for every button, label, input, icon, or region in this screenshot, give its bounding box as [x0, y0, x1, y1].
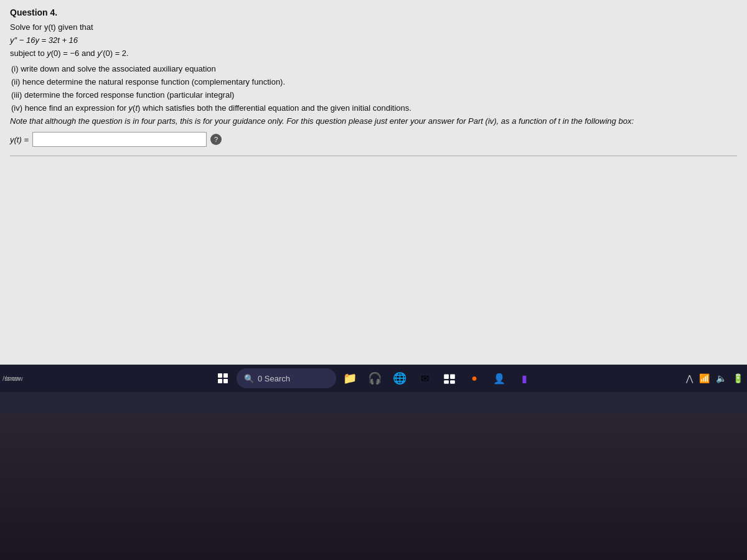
part-iii: (iii) determine the forced response func… [10, 90, 737, 100]
taskbar-center: 🔍 0 Search 📁 🎧 🌐 ✉ [212, 367, 535, 390]
battery-icon[interactable]: 🔋 [731, 372, 745, 385]
part-ii: (ii) hence determine the natural respons… [10, 77, 737, 86]
search-icon: 🔍 [244, 374, 254, 383]
note-text: Note that although the question is in fo… [10, 116, 737, 126]
part-iii-text: (iii) determine the forced response func… [11, 90, 234, 100]
windows-logo-icon [218, 373, 228, 383]
help-button[interactable]: ? [210, 134, 222, 145]
solve-intro: Solve for y(t) given that [10, 22, 737, 32]
taskbar-tray: ⋀ 📶 🔈 🔋 [685, 372, 745, 385]
subject-text: subject to y(0) = −6 and y′(0) = 2. [10, 49, 129, 58]
wifi-icon[interactable]: 📶 [698, 372, 711, 385]
part-i-text: (i) write down and solve the associated … [11, 64, 216, 73]
part-iv: (iv) hence find an expression for y(t) w… [10, 103, 737, 113]
laptop-body: 1 2 £3 $4 %5 6 &7 *8 (9 )0 ⌫ Tab q w e r… [0, 413, 747, 560]
taskbar-icon-5[interactable]: ● [463, 367, 486, 390]
snow-user-label: /snow [0, 365, 23, 392]
search-bar[interactable]: 🔍 0 Search [237, 368, 336, 388]
taskbar: /snow 🔍 0 Search 📁 🎧 [0, 365, 747, 392]
part-ii-text: (ii) hence determine the natural respons… [11, 77, 285, 86]
file-explorer-icon: 📁 [343, 371, 357, 385]
help-icon: ? [214, 136, 218, 143]
taskbar-file-explorer[interactable]: 📁 [339, 367, 361, 390]
search-label: 0 Search [258, 374, 290, 383]
taskbar-icon-7[interactable]: ▮ [513, 367, 535, 390]
taskbar-calendar[interactable] [438, 367, 461, 390]
taskbar-media[interactable]: 🎧 [364, 367, 386, 390]
svg-rect-0 [444, 374, 449, 379]
snow-text: /snow [5, 375, 23, 382]
media-icon: 🎧 [368, 371, 382, 385]
question-title: Question 4. [10, 7, 737, 17]
taskbar-icon-6[interactable]: 👤 [488, 367, 510, 390]
part-i: (i) write down and solve the associated … [10, 64, 737, 73]
answer-input[interactable] [32, 132, 207, 147]
main-content-panel: Question 4. Solve for y(t) given that y″… [0, 0, 747, 386]
subject-to-line: subject to y(0) = −6 and y′(0) = 2. [10, 49, 737, 58]
icon-7: ▮ [522, 373, 527, 385]
start-button[interactable] [212, 367, 234, 390]
mail-icon: ✉ [421, 373, 429, 385]
equation-text: y″ − 16y = 32t + 16 [10, 35, 78, 45]
answer-row: y(t) = ? [10, 132, 737, 147]
icon-5: ● [471, 373, 477, 384]
volume-icon[interactable]: 🔈 [715, 372, 728, 385]
svg-rect-1 [450, 374, 455, 379]
taskbar-mail[interactable]: ✉ [413, 367, 436, 390]
part-iv-text: (iv) hence find an expression for y(t) w… [11, 103, 411, 113]
main-equation: y″ − 16y = 32t + 16 [10, 35, 737, 45]
divider [10, 156, 737, 156]
calendar-icon [443, 371, 456, 385]
icon-6: 👤 [493, 373, 505, 385]
answer-label: y(t) = [10, 135, 29, 144]
taskbar-browser[interactable]: 🌐 [388, 367, 411, 390]
chevron-up-icon[interactable]: ⋀ [685, 372, 694, 385]
svg-rect-3 [450, 380, 455, 384]
svg-rect-2 [444, 380, 449, 384]
browser-icon: 🌐 [393, 371, 406, 385]
